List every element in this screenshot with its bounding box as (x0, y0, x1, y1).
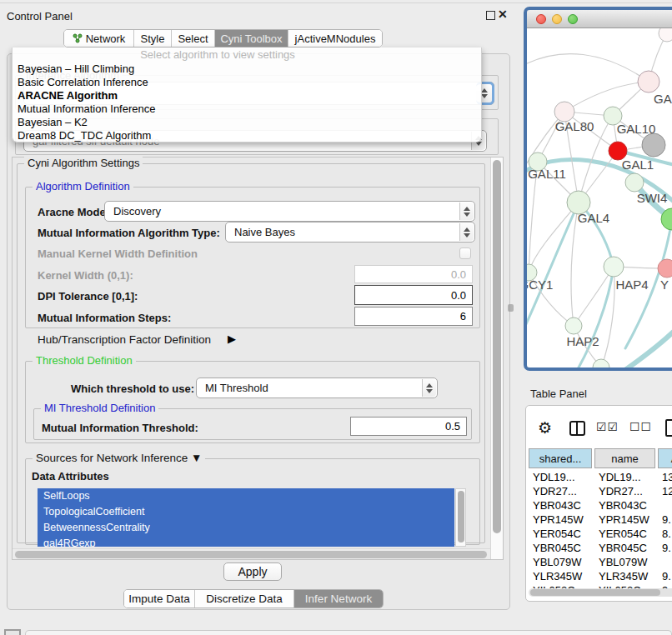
zoom-window-icon[interactable] (568, 14, 578, 24)
column-header-name[interactable]: name (594, 448, 655, 468)
table-row[interactable]: YER054CYER054C8. (529, 527, 672, 541)
float-panel-icon[interactable] (486, 11, 495, 20)
close-window-icon[interactable] (536, 14, 546, 24)
network-edge[interactable] (601, 267, 614, 368)
table-row[interactable]: YLR345WYLR345W9. (529, 569, 672, 583)
tab-cyni-toolbox[interactable]: Cyni Toolbox (215, 30, 288, 47)
tab-infer-network[interactable]: Infer Network (294, 590, 383, 608)
algorithm-option-dream8-dc-tdc-algorithm[interactable]: Dream8 DC_TDC Algorithm (13, 129, 481, 142)
algorithm-option-mutual-information-inference[interactable]: Mutual Information Inference (13, 102, 481, 116)
tab-impute-data[interactable]: Impute Data (124, 590, 195, 608)
network-node-hap2[interactable] (565, 318, 582, 334)
algorithm-option-aracne-algorithm[interactable]: ARACNE Algorithm (13, 89, 481, 102)
column-header-shared-[interactable]: shared... (529, 448, 592, 468)
select-all-checkboxes-icon[interactable]: ☑☑ (596, 420, 619, 433)
window-top-border (0, 2, 672, 3)
table-hscroll-thumb[interactable] (530, 589, 660, 596)
dpi-tolerance-field[interactable]: 0.0 (354, 285, 473, 305)
minimize-window-icon[interactable] (552, 14, 562, 24)
control-panel-tabbar: NetworkStyleSelectCyni ToolboxjActiveMNo… (63, 29, 383, 48)
document-icon[interactable] (665, 419, 672, 437)
node-label-swi4: SWI4 (637, 191, 668, 205)
table-header-row: shared...nameA (529, 448, 672, 468)
network-node[interactable] (642, 133, 665, 157)
table-cell: 9. (658, 570, 672, 582)
node-label-gal80: GAL80 (555, 119, 594, 133)
apply-button-label: Apply (238, 565, 267, 578)
tab-select[interactable]: Select (172, 30, 215, 47)
table-row[interactable]: YBL079WYBL079W (529, 555, 672, 569)
attributes-scrollbar[interactable] (455, 488, 466, 547)
mi-algorithm-type-value: Naive Bayes (234, 226, 295, 238)
table-row[interactable]: YPR145WYPR145W9. (529, 512, 672, 527)
combo-stepper-icon[interactable] (459, 202, 474, 220)
network-node-y[interactable] (658, 259, 672, 278)
network-graph[interactable]: GALGAL80GAL10GAL1GAL11SWI4GAL4GCY1HAP4YH… (527, 28, 672, 371)
network-edge-highlighted[interactable] (620, 327, 672, 371)
horizontal-scrollbar-thumb[interactable] (15, 551, 487, 558)
attribute-item-selfloops[interactable]: SelfLoops (38, 488, 454, 504)
table-horizontal-scrollbar[interactable] (529, 588, 672, 597)
table-row[interactable]: YBR043CYBR043C (529, 498, 672, 512)
horizontal-scrollbar[interactable] (13, 548, 490, 559)
algorithm-option-bayesian-hill-climbing[interactable]: Bayesian – Hill Climbing (13, 62, 481, 76)
apply-button[interactable]: Apply (223, 562, 282, 581)
node-label-gal: GAL (654, 92, 672, 106)
attribute-item-topologicalcoefficient[interactable]: TopologicalCoefficient (38, 504, 454, 520)
tab-network[interactable]: Network (64, 30, 134, 47)
algorithm-definition-title: Algorithm Definition (33, 180, 133, 192)
network-view-window: GALGAL80GAL10GAL1GAL11SWI4GAL4GCY1HAP4YH… (524, 7, 672, 371)
algorithm-option-basic-correlation-inference[interactable]: Basic Correlation Inference (13, 76, 481, 89)
network-node-hap4[interactable] (604, 257, 624, 277)
attribute-item-gal4rgexp[interactable]: gal4RGexp (38, 536, 454, 547)
algorithm-dropdown-placeholder: Select algorithm to view settings (13, 48, 423, 62)
collapse-arrow-icon[interactable]: ▼ (191, 452, 202, 464)
mi-threshold-field[interactable]: 0.5 (350, 417, 467, 436)
which-threshold-combo[interactable]: MI Threshold (196, 378, 438, 398)
network-canvas[interactable]: GALGAL80GAL10GAL1GAL11SWI4GAL4GCY1HAP4YH… (527, 28, 672, 371)
mi-threshold-label: Mutual Information Threshold: (42, 422, 198, 434)
tab-jactivemnodules[interactable]: jActiveMNodules (288, 30, 382, 47)
close-panel-icon[interactable]: ✕ (498, 8, 508, 21)
aracne-mode-combo[interactable]: Discovery (104, 201, 475, 222)
tab-discretize-data[interactable]: Discretize Data (195, 590, 294, 608)
network-window-titlebar[interactable] (527, 10, 672, 28)
network-node-swi4[interactable] (625, 173, 644, 192)
table-toolbar: ⚙ ☑☑ ☐☐ (526, 418, 672, 441)
hub-expand-arrow-icon[interactable]: ▶ (228, 332, 236, 345)
mi-algorithm-type-combo[interactable]: Naive Bayes (225, 222, 475, 242)
table-cell: YPR145W (529, 513, 592, 526)
mi-steps-value: 6 (460, 310, 466, 322)
threshold-definition-title: Threshold Definition (33, 354, 136, 367)
manual-kernel-width-checkbox[interactable] (459, 248, 471, 259)
network-edge-highlighted[interactable] (575, 267, 614, 371)
mi-steps-field[interactable]: 6 (354, 307, 473, 326)
network-edge[interactable] (527, 54, 649, 82)
vertical-scrollbar[interactable] (490, 158, 503, 559)
network-node[interactable] (659, 28, 672, 42)
table-cell: YLR345W (529, 570, 592, 582)
panel-splitter-handle[interactable] (508, 304, 514, 312)
tab-style[interactable]: Style (134, 30, 172, 47)
network-edge[interactable] (564, 82, 649, 112)
split-columns-icon[interactable] (569, 421, 585, 436)
aracne-mode-value: Discovery (113, 205, 161, 218)
combo-stepper-icon[interactable] (459, 223, 474, 241)
dpi-tolerance-value: 0.0 (451, 289, 466, 302)
attribute-item-betweennesscentrality[interactable]: BetweennessCentrality (38, 520, 454, 536)
minimized-panel-icon[interactable] (4, 629, 21, 635)
table-row[interactable]: YDL19...YDL19...13 (529, 470, 672, 484)
table-cell: 8. (658, 528, 672, 540)
deselect-all-checkboxes-icon[interactable]: ☐☐ (629, 420, 652, 433)
vertical-scrollbar-thumb[interactable] (493, 160, 501, 533)
network-node-gal[interactable] (638, 71, 659, 92)
gear-icon[interactable]: ⚙ (538, 418, 552, 438)
table-row[interactable]: YDR27...YDR27...12 (529, 484, 672, 498)
table-row[interactable]: YBR045CYBR045C9. (529, 541, 672, 555)
algorithm-option-bayesian-k2[interactable]: Bayesian – K2 (13, 116, 481, 129)
column-header-a[interactable]: A (658, 448, 672, 468)
combo-stepper-icon[interactable] (422, 379, 436, 397)
mi-threshold-value: 0.5 (445, 420, 460, 432)
kernel-width-field[interactable]: 0.0 (354, 265, 473, 283)
attributes-scrollbar-thumb[interactable] (458, 491, 464, 542)
